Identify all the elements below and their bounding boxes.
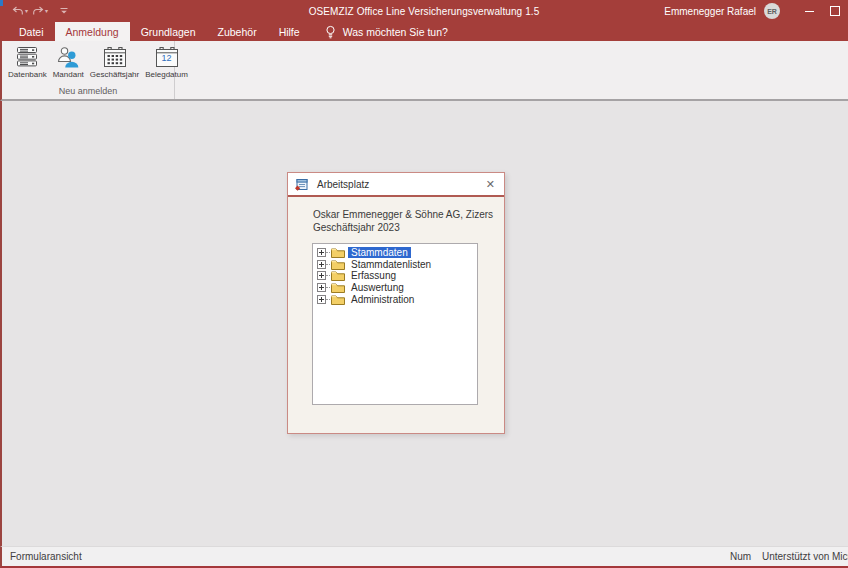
tree-item-label[interactable]: Erfassung [348,270,399,281]
company-name: Oskar Emmenegger & Söhne AG, Zizers [313,209,493,220]
tree-item-stammdatenlisten[interactable]: Stammdatenlisten [313,259,477,271]
tab-hilfe[interactable]: Hilfe [268,22,311,41]
tree-item-auswertung[interactable]: Auswertung [313,282,477,294]
tree-item-erfassung[interactable]: Erfassung [313,270,477,282]
tell-me-label: Was möchten Sie tun? [343,26,448,38]
undo-dropdown-icon[interactable]: ▾ [25,8,28,14]
ribbon: Datenbank Mandant [0,41,848,101]
dialog-close-icon[interactable]: ✕ [486,179,495,190]
users-icon [56,44,80,68]
tree-connector [326,299,330,300]
minimize-button[interactable] [796,0,822,22]
mandant-label: Mandant [53,70,84,79]
belegdatum-label: Belegdatum [145,70,188,79]
app-window: ▾ ▾ OSEMZIZ Office Line Versicherungsver… [0,0,848,568]
form-icon [295,178,308,191]
maximize-button[interactable] [822,0,848,22]
tree-connector [326,264,330,265]
folder-icon [331,294,345,305]
datenbank-button[interactable]: Datenbank [6,43,49,80]
document-area: Arbeitsplatz ✕ Oskar Emmenegger & Söhne … [0,101,848,546]
expand-icon[interactable] [317,295,326,304]
redo-dropdown-icon[interactable]: ▾ [45,8,48,14]
folder-icon [331,247,345,258]
redo-button[interactable]: ▾ [32,6,48,16]
folder-icon [331,259,345,270]
titlebar: ▾ ▾ OSEMZIZ Office Line Versicherungsver… [0,0,848,22]
expand-icon[interactable] [317,271,326,280]
calendar-grid-icon [103,44,127,68]
signed-in-user[interactable]: Emmenegger Rafael [664,6,756,17]
customize-qat-button[interactable] [60,7,68,15]
view-mode-label: Formularansicht [10,551,82,562]
geschaeftsjahr-button[interactable]: Geschäftsjahr [88,43,141,80]
expand-icon[interactable] [317,260,326,269]
quick-access-toolbar: ▾ ▾ [12,6,68,16]
minimize-icon [805,11,814,12]
datenbank-label: Datenbank [8,70,47,79]
arbeitsplatz-dialog: Arbeitsplatz ✕ Oskar Emmenegger & Söhne … [287,172,505,434]
dialog-titlebar[interactable]: Arbeitsplatz ✕ [288,173,504,197]
tree-item-label[interactable]: Stammdatenlisten [348,259,434,270]
powered-by-label: Unterstützt von Microsoft Ac [762,551,848,562]
tree-connector [326,252,330,253]
calendar-date-icon: 12 [155,44,179,68]
tell-me-box[interactable]: Was möchten Sie tun? [325,22,448,41]
tree-item-stammdaten[interactable]: Stammdaten [313,247,477,259]
workspace-tree[interactable]: Stammdaten Stammdatenlisten Erfassung [312,243,478,405]
ribbon-group-neu-anmelden: Datenbank Mandant [2,41,175,99]
window-icon [0,0,3,6]
lightbulb-icon [325,25,336,39]
num-lock-indicator: Num [730,551,751,562]
tree-item-administration[interactable]: Administration [313,293,477,305]
folder-icon [331,282,345,293]
user-avatar[interactable]: ER [764,3,780,19]
status-bar: Formularansicht Num Unterstützt von Micr… [0,546,848,568]
customize-qat-icon [60,7,68,15]
ribbon-tab-row: Datei Anmeldung Grundlagen Zubehör Hilfe… [0,22,848,41]
database-icon [15,44,39,68]
belegdatum-button[interactable]: 12 Belegdatum [143,43,190,80]
dialog-title: Arbeitsplatz [317,179,369,190]
undo-icon [12,6,24,16]
titlebar-right: Emmenegger Rafael ER [664,0,848,22]
folder-icon [331,270,345,281]
tab-anmeldung[interactable]: Anmeldung [55,22,130,41]
tree-connector [326,287,330,288]
undo-button[interactable]: ▾ [12,6,28,16]
tree-connector [326,275,330,276]
fiscal-year: Geschäftsjahr 2023 [313,222,400,233]
expand-icon[interactable] [317,248,326,257]
expand-icon[interactable] [317,283,326,292]
maximize-icon [830,6,840,16]
mandant-button[interactable]: Mandant [51,43,86,80]
tab-datei[interactable]: Datei [8,22,55,41]
ribbon-group-label: Neu anmelden [2,86,174,96]
geschaeftsjahr-label: Geschäftsjahr [90,70,139,79]
tab-zubehoer[interactable]: Zubehör [207,22,268,41]
belegdatum-day: 12 [155,53,179,63]
redo-icon [32,6,44,16]
tree-item-label[interactable]: Stammdaten [348,247,411,258]
tree-item-label[interactable]: Administration [348,294,417,305]
tab-grundlagen[interactable]: Grundlagen [130,22,207,41]
tree-item-label[interactable]: Auswertung [348,282,407,293]
